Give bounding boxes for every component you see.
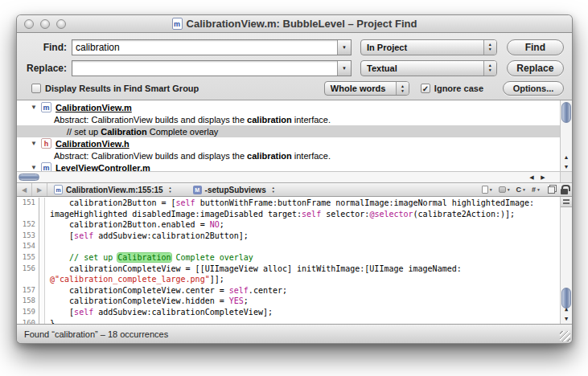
zoom-button[interactable]	[56, 19, 66, 29]
split-editor-button[interactable]	[561, 197, 572, 207]
focus-ribbon	[39, 198, 45, 209]
counterpart-button[interactable]	[546, 186, 555, 194]
scroll-up-button[interactable]: ▲	[561, 304, 572, 314]
find-input[interactable]	[72, 40, 337, 55]
popup-stepper-icon: ▲▼	[169, 186, 172, 194]
focus-ribbon	[39, 219, 45, 231]
scroll-down-button[interactable]: ▼	[561, 161, 572, 171]
symbol-popup[interactable]: M -setupSubviews ▲▼	[179, 186, 275, 194]
scroll-right-button[interactable]: ▶	[537, 172, 549, 182]
results-vertical-scrollbar[interactable]: ▲ ▼	[560, 100, 572, 171]
options-button[interactable]: Options...	[503, 81, 564, 96]
result-file-row[interactable]: ▼hCalibrationView.h	[17, 137, 560, 149]
bookmarks-menu[interactable]: ▼	[482, 186, 493, 194]
result-file-row[interactable]: ▼mCalibrationView.m	[17, 101, 560, 113]
focus-ribbon	[39, 307, 45, 318]
code-line: 155 // set up Calibration Complete overl…	[17, 252, 560, 264]
document-proxy-icon[interactable]: m	[172, 18, 183, 30]
lock-button[interactable]	[561, 185, 568, 194]
counterpart-icon	[548, 186, 555, 194]
options-row: Display Results in Find Smart Group Whol…	[25, 81, 564, 96]
replace-history-dropdown[interactable]: ▼	[337, 61, 351, 76]
code-line: 156 calibrationCompleteView = [[UIImageV…	[17, 264, 560, 275]
match-style-popup[interactable]: Whole words ▲▼	[324, 81, 409, 96]
editor-navbar: ◀ ▶ m CalibrationView.m:155:15 ▲▼ M -set…	[17, 182, 572, 197]
line-number: 159	[17, 307, 39, 318]
disclosure-triangle-icon[interactable]: ▼	[31, 140, 41, 147]
line-number	[17, 209, 39, 220]
scrollbar-thumb[interactable]	[561, 102, 571, 123]
includes-menu[interactable]: #▼	[532, 186, 541, 194]
editor-vertical-scrollbar[interactable]: ▲ ▼	[560, 197, 572, 324]
result-file-name[interactable]: LevelViewController.m	[56, 163, 150, 172]
go-forward-button[interactable]: ▶	[32, 183, 47, 196]
line-number	[17, 274, 39, 285]
code-line: @"calibration_complete_large.png"]];	[17, 274, 560, 285]
title-group: m CalibrationView.m: BubbleLevel – Proje…	[172, 18, 417, 30]
line-number: 158	[17, 296, 39, 307]
file-type-icon: m	[41, 102, 51, 112]
code-line: 157 calibrationCompleteView.center = sel…	[17, 285, 560, 296]
result-match-row[interactable]: // set up Calibration Complete overlay	[17, 125, 560, 137]
status-text: Found “calibration” – 18 occurrences	[24, 329, 168, 339]
scroll-left-button[interactable]: ◀	[526, 172, 537, 182]
code-text	[45, 241, 50, 252]
class-hierarchy-menu[interactable]: C▼	[516, 186, 526, 194]
smart-group-checkbox[interactable]	[31, 84, 41, 93]
marker-icon	[499, 186, 506, 193]
code-line: 154	[17, 241, 560, 252]
arrow-left-icon: ◀	[529, 174, 533, 181]
find-history-dropdown[interactable]: ▼	[337, 40, 351, 55]
code-editor[interactable]: 151 calibration2Button = [self buttonWit…	[17, 197, 572, 324]
result-match-row[interactable]: Abstract: CalibrationView builds and dis…	[17, 113, 560, 125]
scroll-up-button[interactable]: ▲	[561, 152, 572, 161]
check-icon: ✓	[422, 84, 429, 93]
find-button[interactable]: Find	[507, 39, 564, 55]
bookmark-icon	[482, 186, 488, 194]
close-button[interactable]	[24, 19, 34, 29]
replace-button[interactable]: Replace	[507, 60, 564, 76]
disclosure-triangle-icon[interactable]: ▼	[31, 104, 41, 111]
chevron-down-icon: ▼	[342, 66, 347, 71]
code-text: calibrationCompleteView.hidden = YES;	[45, 296, 249, 307]
disclosure-triangle-icon[interactable]: ▼	[31, 164, 41, 171]
split-icon	[563, 199, 569, 204]
status-bar: Found “calibration” – 18 occurrences	[17, 324, 572, 343]
code-line: 159 [self addSubview:calibrationComplete…	[17, 307, 560, 318]
minimize-button[interactable]	[40, 19, 50, 29]
arrow-down-icon: ▼	[565, 316, 568, 322]
code-line: 152 calibration2Button.enabled = NO;	[17, 219, 560, 231]
find-combo: ▼	[72, 39, 352, 55]
scroll-down-button[interactable]: ▼	[561, 314, 572, 324]
replace-input[interactable]	[72, 61, 337, 76]
search-results-list[interactable]: ▼mCalibrationView.mAbstract: Calibration…	[17, 100, 572, 171]
window-title: CalibrationView.m: BubbleLevel – Project…	[187, 18, 417, 30]
resize-grip[interactable]	[560, 331, 570, 341]
result-file-name[interactable]: CalibrationView.h	[56, 139, 130, 149]
result-file-name[interactable]: CalibrationView.m	[56, 103, 132, 112]
results-horizontal-scrollbar[interactable]: ◀ ▶	[17, 171, 572, 182]
file-type-icon: m	[41, 162, 51, 171]
file-icon: m	[54, 185, 63, 194]
method-icon: M	[193, 186, 202, 194]
navbar-tools: ▼ ▼ C▼ #▼	[482, 185, 572, 194]
code-text: imageHighlighted disabledImage:imageDisa…	[45, 209, 515, 220]
go-back-button[interactable]: ◀	[17, 183, 32, 196]
scrollbar-thumb[interactable]	[19, 174, 39, 181]
line-number: 155	[17, 252, 39, 264]
markers-menu[interactable]: ▼	[499, 186, 511, 193]
arrow-right-icon: ▶	[37, 186, 42, 194]
popup-stepper-icon: ▲▼	[483, 40, 496, 55]
code-text: @"calibration_complete_large.png"]];	[45, 274, 224, 285]
result-file-row[interactable]: ▼mLevelViewController.m	[17, 161, 560, 171]
focus-ribbon	[39, 209, 45, 220]
titlebar[interactable]: m CalibrationView.m: BubbleLevel – Proje…	[17, 15, 572, 33]
arrow-right-icon: ▶	[541, 174, 545, 181]
ignore-case-checkbox[interactable]: ✓	[421, 84, 430, 93]
code-text: [self addSubview:calibration2Button];	[45, 231, 249, 242]
file-type-icon: h	[41, 138, 51, 149]
scope-popup[interactable]: In Project ▲▼	[360, 39, 497, 55]
file-history-popup[interactable]: m CalibrationView.m:155:15 ▲▼	[54, 185, 172, 194]
mode-popup[interactable]: Textual ▲▼	[360, 60, 497, 76]
result-match-row[interactable]: Abstract: CalibrationView builds and dis…	[17, 149, 560, 161]
